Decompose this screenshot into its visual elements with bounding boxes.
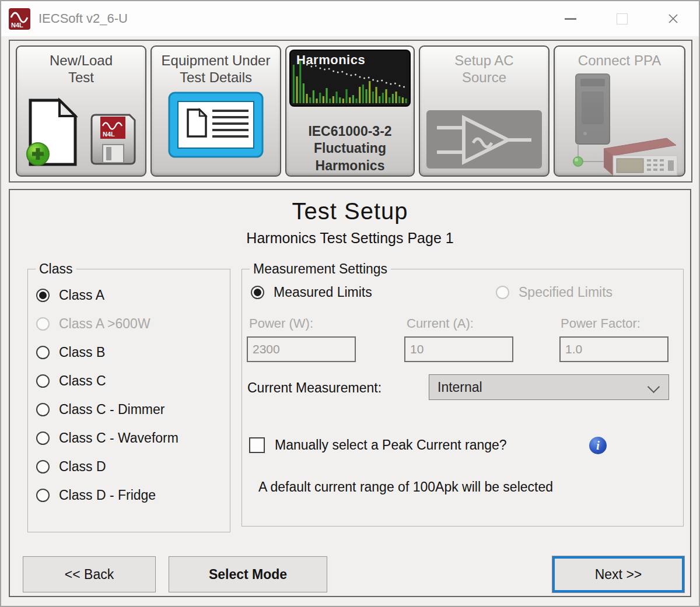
- wizard-toolbar: New/Load Test: [9, 40, 692, 183]
- info-icon[interactable]: i: [589, 437, 607, 454]
- sine-wave-icon: N4L: [9, 8, 30, 30]
- radio-label: Class C: [59, 373, 106, 389]
- radio-indicator: [496, 286, 509, 299]
- class-groupbox: Class Class A Class A >600W Class B Clas…: [27, 269, 230, 532]
- window-controls: [545, 1, 699, 36]
- close-button[interactable]: [648, 1, 699, 36]
- n4l-app-icon: N4L: [9, 8, 30, 30]
- radio-label: Class C - Waveform: [59, 430, 178, 446]
- radio-class-a[interactable]: Class A: [36, 281, 230, 310]
- setup-ac-source-label: Setup AC Source: [448, 52, 521, 86]
- new-load-test-button[interactable]: New/Load Test: [16, 45, 146, 177]
- back-button[interactable]: << Back: [23, 556, 156, 592]
- current-measurement-label: Current Measurement:: [247, 380, 382, 396]
- radio-indicator: [251, 286, 264, 299]
- radio-label: Class B: [59, 345, 105, 360]
- radio-label: Specified Limits: [519, 285, 612, 300]
- setup-ac-source-button: Setup AC Source: [419, 45, 550, 177]
- radio-indicator: [36, 289, 50, 302]
- radio-indicator: [36, 431, 50, 445]
- maximize-icon: [617, 13, 628, 24]
- chevron-down-icon: [648, 381, 660, 393]
- measurement-settings-label: Measurement Settings: [250, 261, 391, 277]
- harmonics-display: Harmonics: [289, 50, 411, 107]
- save-floppy-icon: N4L: [87, 112, 138, 170]
- radio-specified-limits: Specified Limits: [496, 285, 612, 300]
- connect-ppa-label: Connect PPA: [578, 52, 661, 69]
- connect-ppa-icon: [558, 73, 681, 180]
- peak-current-range-label: Manually select a Peak Current range?: [275, 437, 507, 453]
- current-input: [404, 336, 513, 362]
- radio-class-d[interactable]: Class D: [36, 452, 230, 481]
- radio-indicator: [36, 317, 50, 331]
- select-mode-button[interactable]: Select Mode: [169, 556, 327, 592]
- page-title: Test Setup: [10, 198, 690, 224]
- radio-indicator: [36, 374, 50, 388]
- close-icon: [667, 13, 679, 24]
- peak-current-range-row: Manually select a Peak Current range?: [249, 437, 507, 453]
- measurement-settings-groupbox: Measurement Settings Measured Limits Spe…: [242, 269, 684, 527]
- new-load-test-label: New/Load Test: [43, 52, 120, 86]
- svg-text:N4L: N4L: [103, 131, 115, 138]
- harmonics-standard-label: IEC61000-3-2 Fluctuating Harmonics: [298, 123, 402, 174]
- app-window: N4L IECSoft v2_6-U New/Load Test: [0, 0, 700, 607]
- current-measurement-dropdown[interactable]: Internal: [429, 374, 669, 400]
- power-field-label: Power (W):: [249, 316, 313, 331]
- harmonics-button[interactable]: Harmonics IEC61000-3-2 Fluctuating Harmo…: [285, 45, 415, 177]
- class-radio-list: Class A Class A >600W Class B Class C Cl…: [28, 269, 230, 510]
- minimize-button[interactable]: [545, 1, 596, 36]
- connect-ppa-button: Connect PPA: [554, 45, 685, 177]
- radio-label: Class A >600W: [59, 316, 150, 332]
- power-input: [247, 336, 356, 362]
- eut-details-icon: [167, 89, 265, 163]
- equipment-under-test-button[interactable]: Equipment Under Test Details: [150, 45, 281, 177]
- power-factor-field-label: Power Factor:: [561, 316, 640, 331]
- harmonics-display-title: Harmonics: [296, 52, 365, 68]
- radio-measured-limits[interactable]: Measured Limits: [251, 285, 372, 300]
- test-setup-panel: Test Setup Harmonics Test Settings Page …: [9, 189, 691, 597]
- new-document-icon: [24, 97, 80, 170]
- radio-class-d-fridge[interactable]: Class D - Fridge: [36, 481, 230, 510]
- window-title: IECSoft v2_6-U: [38, 11, 128, 26]
- radio-label: Class D - Fridge: [59, 487, 156, 503]
- radio-class-c-waveform[interactable]: Class C - Waveform: [36, 424, 230, 452]
- radio-indicator: [36, 346, 50, 359]
- power-factor-input: [559, 336, 668, 362]
- radio-class-c-dimmer[interactable]: Class C - Dimmer: [36, 395, 230, 424]
- new-load-icons: N4L: [24, 97, 138, 170]
- radio-indicator: [36, 489, 50, 502]
- class-group-label: Class: [36, 261, 76, 277]
- radio-label: Class A: [59, 287, 104, 303]
- radio-label: Class D: [59, 459, 106, 475]
- radio-indicator: [36, 403, 50, 416]
- current-field-label: Current (A):: [407, 316, 474, 331]
- radio-class-c[interactable]: Class C: [36, 367, 230, 395]
- current-measurement-value: Internal: [438, 380, 482, 395]
- radio-indicator: [36, 460, 50, 473]
- radio-class-a-600w: Class A >600W: [36, 310, 230, 338]
- next-button[interactable]: Next >>: [552, 556, 684, 592]
- minimize-icon: [565, 18, 576, 20]
- default-range-note: A default current range of 100Apk will b…: [258, 479, 553, 495]
- title-bar: N4L IECSoft v2_6-U: [1, 1, 699, 36]
- equipment-under-test-label: Equipment Under Test Details: [155, 52, 276, 86]
- radio-label: Measured Limits: [274, 285, 372, 300]
- svg-text:N4L: N4L: [11, 22, 23, 29]
- maximize-button: [596, 1, 648, 36]
- amplifier-icon: [426, 110, 542, 169]
- peak-current-range-checkbox[interactable]: [249, 437, 265, 453]
- radio-label: Class C - Dimmer: [59, 402, 164, 417]
- radio-class-b[interactable]: Class B: [36, 338, 230, 367]
- page-subtitle: Harmonics Test Settings Page 1: [10, 230, 690, 247]
